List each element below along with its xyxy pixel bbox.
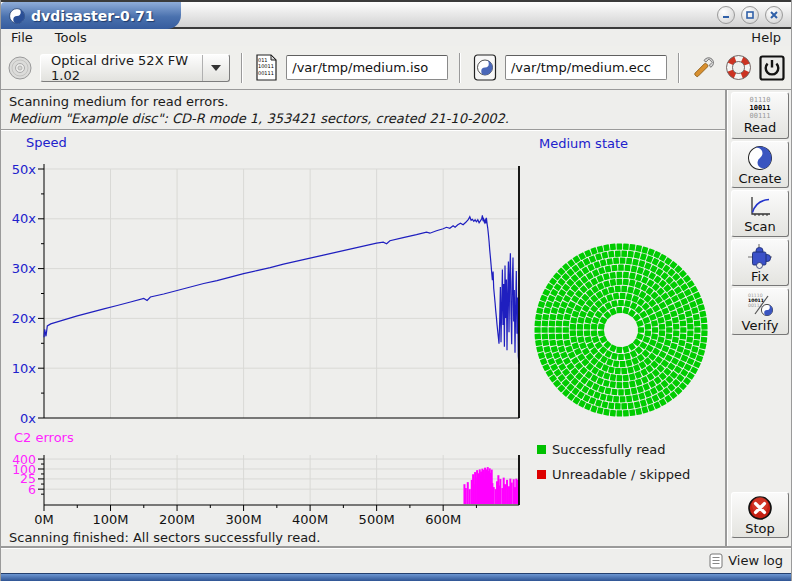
disc-sector-segment — [615, 368, 621, 375]
stop-button[interactable]: Stop — [731, 492, 789, 538]
toolbar: Optical drive 52X FW 1.02 011 10011 0011… — [1, 46, 791, 90]
app-yin-yang-icon — [9, 8, 25, 24]
iso-path-input[interactable] — [286, 55, 448, 80]
disc-sector-segment — [644, 262, 652, 270]
disc-sector-segment — [535, 314, 542, 320]
disc-sector-segment — [556, 314, 563, 321]
disc-sector-segment — [686, 317, 693, 323]
quit-button[interactable] — [759, 52, 785, 84]
titlebar[interactable]: dvdisaster-0.71 — [1, 0, 791, 29]
preferences-button[interactable] — [691, 52, 718, 84]
disc-sector-segment — [611, 265, 617, 272]
disc-sector-segment — [642, 269, 650, 277]
disc-sector-segment — [637, 385, 644, 393]
lifering-icon — [725, 54, 752, 81]
disc-sector-segment — [687, 330, 693, 336]
verify-icon: 01110 10011 00111 — [746, 292, 774, 318]
footer-bar: View log — [1, 546, 791, 573]
legend-label: Unreadable / skipped — [552, 467, 690, 482]
create-button[interactable]: Create — [731, 141, 789, 188]
disc-sector-segment — [617, 382, 623, 388]
disc-sector-segment — [591, 324, 598, 330]
disc-sector-segment — [629, 373, 636, 380]
read-button-label: Read — [744, 121, 777, 134]
ecc-file-button[interactable] — [472, 52, 498, 84]
cd-drive-icon — [7, 55, 33, 81]
disc-sector-segment — [535, 340, 542, 346]
disc-sector-segment — [689, 352, 697, 359]
disc-sector-segment — [605, 387, 612, 394]
disc-sector-segment — [608, 251, 614, 258]
disc-sector-segment — [636, 320, 644, 327]
disc-sector-segment — [592, 269, 600, 277]
disc-sector-segment — [618, 389, 624, 395]
menu-file[interactable]: File — [11, 30, 33, 45]
disc-sector-segment — [577, 330, 584, 336]
view-log-button[interactable]: View log — [728, 553, 783, 568]
disc-sector-segment — [534, 320, 541, 326]
disc-sector-segment — [617, 272, 623, 278]
drive-select-button[interactable] — [7, 52, 33, 84]
disc-sector-segment — [672, 317, 679, 324]
disc-sector-segment — [591, 330, 598, 336]
disc-sector-segment — [610, 374, 617, 381]
disc-sector-segment — [597, 246, 604, 253]
minimize-button[interactable] — [717, 6, 735, 24]
disc-sector-segment — [676, 346, 684, 353]
disc-sector-segment — [613, 360, 619, 367]
disc-sector-segment — [635, 245, 642, 252]
disc-sector-segment — [535, 327, 541, 333]
scan-button-label: Scan — [744, 220, 776, 233]
scan-button[interactable]: Scan — [731, 190, 789, 237]
disc-sector-segment — [641, 406, 648, 414]
disc-sector-segment — [623, 243, 629, 250]
disc-sector-segment — [606, 294, 613, 302]
c2-error-bar — [504, 484, 506, 504]
disc-sector-segment — [657, 317, 664, 324]
ecc-path-input[interactable] — [505, 55, 667, 80]
x-axis-tick-label: 500M — [359, 512, 395, 527]
disc-sector-segment — [672, 336, 679, 343]
disc-sector-segment — [577, 336, 584, 343]
disc-sector-segment — [701, 324, 707, 330]
toolbar-separator — [459, 53, 461, 83]
disc-sector-segment — [556, 333, 563, 339]
disc-sector-segment — [617, 243, 623, 249]
disc-sector-segment — [673, 324, 680, 330]
medium-state-disc — [532, 240, 712, 420]
read-button[interactable]: 01110 10011 00111 Read — [731, 92, 789, 139]
disc-sector-segment — [565, 307, 573, 314]
c2-y-tick-label: 6 — [28, 482, 36, 497]
drive-selector-arrow[interactable] — [202, 55, 229, 81]
close-button[interactable] — [765, 6, 783, 24]
x-axis-tick-label: 400M — [292, 512, 328, 527]
disc-sector-segment — [563, 320, 570, 326]
disc-sector-segment — [620, 258, 626, 264]
menu-help[interactable]: Help — [751, 30, 781, 45]
c2-error-bar — [467, 482, 469, 504]
drive-selector[interactable]: Optical drive 52X FW 1.02 — [40, 54, 230, 82]
disc-sector-segment — [584, 324, 591, 330]
wrench-icon — [691, 54, 718, 81]
fix-button[interactable]: Fix — [731, 239, 789, 286]
verify-button[interactable]: 01110 10011 00111 Verify — [731, 288, 789, 335]
disc-sector-segment — [610, 272, 616, 279]
menubar: File Tools Help — [1, 29, 791, 46]
help-button[interactable] — [725, 52, 752, 84]
x-axis-tick-label: 100M — [93, 512, 129, 527]
iso-file-button[interactable]: 011 10011 00111 — [254, 52, 280, 84]
disc-sector-segment — [629, 409, 635, 416]
disc-sector-segment — [632, 394, 639, 401]
disc-sector-segment — [606, 258, 613, 265]
speed-y-tick-label: 40x — [12, 211, 37, 226]
disc-sector-segment — [691, 346, 698, 353]
yin-yang-icon — [747, 145, 773, 171]
disc-sector-segment — [647, 248, 654, 256]
disc-sector-segment — [693, 314, 700, 321]
disc-sector-segment — [616, 347, 622, 354]
menu-tools[interactable]: Tools — [55, 30, 87, 45]
disc-sector-segment — [694, 333, 701, 339]
disc-sector-segment — [590, 247, 597, 255]
disc-sector-segment — [615, 403, 621, 409]
maximize-button[interactable] — [741, 6, 759, 24]
